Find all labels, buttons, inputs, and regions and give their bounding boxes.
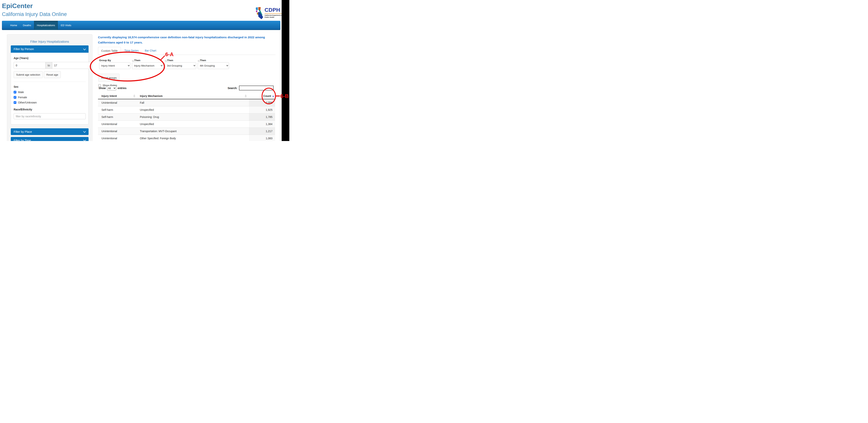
entries-select[interactable]: All (107, 86, 116, 90)
filter-by-place-header[interactable]: Filter by Place (11, 128, 89, 135)
content-area: Currently displaying 18,574 comprehensiv… (98, 35, 276, 141)
view-tabs: Custom Table Time Series Bar Chart (98, 47, 276, 55)
table-row: UnintentionalUnspecified1,384 (98, 120, 275, 128)
sex-option-other-unknown[interactable]: ✔ Other/Unknown (13, 101, 86, 104)
checkbox-checked-icon[interactable]: ✔ (13, 96, 16, 99)
sidebar-title: Filter Injury Hospitalizations (11, 40, 89, 44)
summary-heading-line1: Currently displaying 18,574 comprehensiv… (98, 35, 276, 40)
reset-groups-button[interactable]: Reset groups (98, 74, 120, 82)
age-from-input[interactable] (13, 62, 45, 69)
fourth-grouping-select[interactable]: 4th Grouping (198, 62, 229, 69)
sort-both-icon (245, 95, 247, 97)
tab-time-series[interactable]: Time Series (124, 47, 138, 55)
epicenter-page: EpiCenter California Injury Data Online … (0, 0, 289, 141)
entries-prefix: Show (98, 87, 106, 90)
sort-both-icon (133, 95, 135, 97)
entries-suffix: entries (118, 87, 126, 90)
race-ethnicity-input[interactable] (13, 113, 86, 119)
search-label: Search: (228, 87, 238, 90)
chevron-down-icon (83, 130, 86, 133)
search-input[interactable] (239, 86, 274, 90)
mechanism-cell: Transportation: MVT-Occupant (136, 128, 249, 135)
results-table: Injury Intent Injury Mechanism Count Uni… (98, 93, 275, 141)
tab-bar-chart[interactable]: Bar Chart (145, 47, 156, 55)
count-cell: 1,083 (249, 135, 275, 141)
nav-item-home[interactable]: Home (7, 21, 20, 30)
right-black-strip (282, 0, 289, 141)
mechanism-cell: Fall (136, 99, 249, 106)
cdph-logo-rule (265, 13, 282, 14)
intent-cell: Unintentional (98, 121, 136, 128)
cdph-acronym: CDPH (265, 7, 282, 13)
cdph-logo: CDPH California Department of Public Hea… (255, 7, 282, 20)
tab-custom-table[interactable]: Custom Table (98, 47, 121, 55)
nav-item-deaths[interactable]: Deaths (20, 21, 34, 30)
intent-cell: Unintentional (98, 135, 136, 141)
chevron-down-icon (83, 139, 86, 141)
cdph-tagline-line2: Public Health (265, 16, 282, 18)
injury-intent-header-label: Injury Intent (101, 94, 117, 97)
summary-heading-line2: Californians aged 0 to 17 years. (98, 40, 276, 45)
mechanism-cell: Unspecified (136, 106, 249, 113)
third-grouping-select[interactable]: 3rd Grouping (165, 62, 196, 69)
group-by-select[interactable]: Injury Intent (99, 62, 130, 69)
sex-option-female-label: Female (18, 96, 27, 99)
chevron-down-icon (83, 48, 86, 50)
table-row: UnintentionalTransportation: MVT-Occupan… (98, 128, 275, 135)
grouping-selects: Injury Intent Injury Mechanism 3rd Group… (99, 62, 229, 69)
main-nav: Home Deaths Hospitalizations ED Visits (2, 21, 280, 30)
sex-option-male[interactable]: ✔ Male (13, 91, 86, 94)
checkbox-checked-icon[interactable]: ✔ (13, 91, 16, 93)
count-cell: 1,384 (249, 121, 275, 128)
brand-block: EpiCenter California Injury Data Online (2, 2, 67, 18)
count-cell: 1,217 (249, 128, 275, 135)
filter-by-place-label: Filter by Place (13, 130, 32, 133)
sex-option-female[interactable]: ✔ Female (13, 96, 86, 99)
sex-option-other-label: Other/Unknown (18, 101, 37, 104)
filter-by-person-body: Age (Years) to Submit age selection Rese… (11, 53, 89, 124)
count-header-label: Count (264, 94, 271, 97)
column-header-injury-intent[interactable]: Injury Intent (98, 94, 136, 97)
filter-by-time-header[interactable]: Filter by Time (11, 137, 89, 141)
search-control: Search: (228, 86, 274, 90)
reset-age-button[interactable]: Reset age (44, 71, 61, 78)
age-to-input[interactable] (52, 62, 91, 69)
nav-item-hospitalizations[interactable]: Hospitalizations (34, 21, 58, 30)
mechanism-cell: Poisoning: Drug (136, 113, 249, 120)
then-label-4: ...Then (198, 59, 229, 62)
intent-cell: Self-harm (98, 113, 136, 120)
intent-cell: Unintentional (98, 99, 136, 106)
nav-item-ed-visits[interactable]: ED Visits (58, 21, 74, 30)
cdph-tagline-line1: California Department of (265, 15, 282, 16)
second-grouping-select[interactable]: Injury Mechanism (132, 62, 163, 69)
table-row: UnintentionalFall4,056 (98, 99, 275, 106)
site-subtitle: California Injury Data Online (2, 11, 67, 18)
filter-by-person-label: Filter by Person (13, 47, 34, 51)
cdph-logo-text: CDPH California Department of Public Hea… (265, 7, 282, 18)
race-ethnicity-label: Race/Ethnicity (13, 108, 86, 111)
injury-mechanism-header-label: Injury Mechanism (140, 94, 162, 97)
then-label-3: ...Then (165, 59, 196, 62)
checkbox-checked-icon[interactable]: ✔ (13, 101, 16, 104)
intent-cell: Unintentional (98, 128, 136, 135)
group-by-label: Group By (99, 59, 130, 62)
mechanism-cell: Unspecified (136, 121, 249, 128)
table-row: Self-harmPoisoning: Drug1,785 (98, 113, 275, 120)
california-state-icon (255, 7, 264, 20)
column-header-count[interactable]: Count (249, 94, 275, 97)
age-label: Age (Years) (13, 57, 86, 60)
submit-age-button[interactable]: Submit age selection (13, 71, 43, 78)
entries-control: Show All entries (98, 86, 126, 90)
table-row: UnintentionalOther Specified: Foreign Bo… (98, 135, 275, 141)
table-header-row: Injury Intent Injury Mechanism Count (98, 93, 275, 99)
column-header-injury-mechanism[interactable]: Injury Mechanism (136, 94, 249, 97)
intent-cell: Self-harm (98, 106, 136, 113)
table-row: Self-harmUnspecified1,925 (98, 106, 275, 113)
sex-label: Sex (13, 85, 86, 88)
age-to-separator: to (45, 62, 52, 69)
site-title: EpiCenter (2, 2, 67, 10)
count-cell: 1,785 (249, 113, 275, 120)
filter-sidebar: Filter Injury Hospitalizations Filter by… (7, 34, 92, 141)
filter-by-person-header[interactable]: Filter by Person (11, 46, 89, 53)
count-cell: 4,056 (249, 99, 275, 106)
